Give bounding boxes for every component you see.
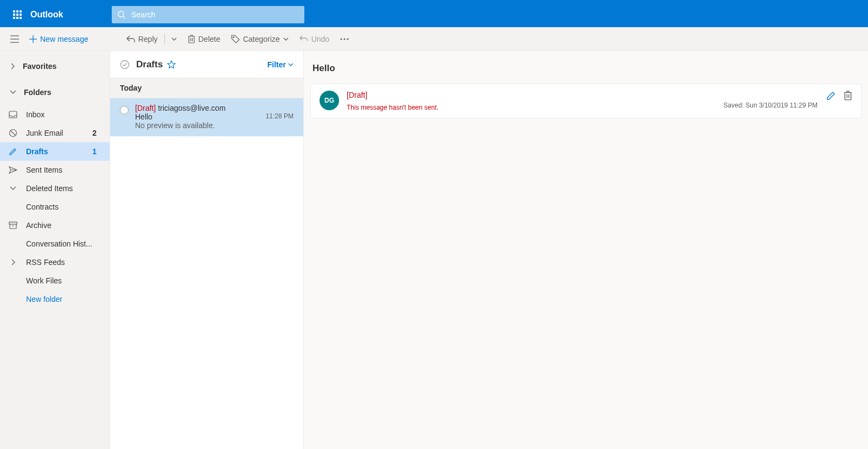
junk-icon	[8, 129, 18, 137]
pencil-icon	[826, 91, 836, 100]
avatar: DG	[320, 91, 339, 110]
delete-label: Delete	[199, 35, 220, 43]
favorite-star-button[interactable]	[167, 60, 176, 69]
trash-icon	[188, 35, 195, 43]
svg-point-0	[118, 11, 124, 17]
message-item[interactable]: [Draft] triciagoss@live.com Hello 11:28 …	[110, 98, 303, 136]
svg-point-10	[347, 38, 349, 40]
svg-point-14	[121, 60, 129, 68]
new-message-label: New message	[40, 35, 88, 43]
tag-icon	[231, 35, 240, 43]
sent-icon	[8, 166, 18, 174]
message-subject: Hello	[135, 112, 152, 121]
folder-item-work-files[interactable]: Work Files	[0, 271, 110, 290]
brand-title: Outlook	[30, 10, 112, 20]
date-group-header: Today	[110, 78, 303, 98]
chevron-right-icon	[10, 63, 15, 69]
discard-draft-button[interactable]	[844, 91, 852, 100]
inbox-icon	[8, 111, 18, 118]
favorites-label: Favorites	[23, 62, 56, 71]
hamburger-icon	[10, 35, 19, 43]
drafts-icon	[8, 147, 18, 156]
folder-item-sent-items[interactable]: Sent Items	[0, 161, 110, 179]
folder-label: Contracts	[26, 203, 110, 211]
filter-button[interactable]: Filter	[267, 60, 293, 69]
reading-subject: Hello	[310, 60, 861, 84]
search-input[interactable]	[126, 10, 299, 19]
reply-button[interactable]: Reply	[121, 27, 163, 51]
folder-title: Drafts	[136, 59, 163, 70]
folders-label: Folders	[24, 88, 52, 97]
more-button[interactable]	[335, 27, 354, 51]
new-folder-label: New folder	[26, 295, 110, 303]
folder-count: 1	[92, 147, 110, 156]
folder-item-archive[interactable]: Archive	[0, 216, 110, 235]
svg-line-12	[11, 131, 16, 136]
folder-label: Drafts	[26, 147, 85, 156]
search-box[interactable]	[112, 6, 304, 23]
header-bar: Outlook	[0, 2, 868, 27]
folder-label: Sent Items	[26, 166, 110, 174]
message-list-header: Drafts Filter	[110, 51, 303, 78]
waffle-icon	[13, 10, 22, 19]
folder-label: Conversation Hist...	[26, 239, 110, 248]
chevron-down-icon	[10, 90, 16, 94]
archive-icon	[8, 222, 18, 229]
reply-icon	[126, 35, 135, 43]
new-folder-button[interactable]: New folder	[0, 290, 110, 308]
folder-item-junk-email[interactable]: Junk Email2	[0, 124, 110, 142]
reply-label: Reply	[138, 35, 158, 43]
chevron-down-icon	[283, 37, 289, 41]
svg-point-8	[341, 38, 342, 40]
folder-item-drafts[interactable]: Drafts1	[0, 142, 110, 161]
categorize-label: Categorize	[243, 35, 280, 43]
favorites-section[interactable]: Favorites	[0, 56, 110, 76]
folder-label: RSS Feeds	[26, 258, 110, 267]
folder-item-contracts[interactable]: Contracts	[0, 198, 110, 216]
plus-icon	[29, 35, 37, 43]
message-list-pane: Drafts Filter Today [Draft] triciagoss@l…	[110, 51, 304, 449]
message-recipient: triciagoss@live.com	[158, 104, 226, 112]
svg-point-9	[344, 38, 346, 40]
chevron-down-icon	[288, 63, 293, 66]
deleted-icon	[8, 186, 18, 191]
select-all-checkbox[interactable]	[120, 60, 130, 69]
message-time: 11:28 PM	[266, 112, 293, 121]
folder-item-deleted-items[interactable]: Deleted Items	[0, 179, 110, 198]
delete-button[interactable]: Delete	[182, 27, 226, 51]
edit-draft-button[interactable]	[826, 91, 836, 100]
command-bar: New message Reply Delete Categorize Undo	[0, 27, 868, 51]
new-message-button[interactable]: New message	[24, 27, 94, 51]
folder-pane: Favorites Folders InboxJunk Email2Drafts…	[0, 51, 110, 449]
undo-button[interactable]: Undo	[294, 27, 335, 51]
message-preview: No preview is available.	[135, 121, 293, 130]
folder-count: 2	[92, 129, 110, 137]
reading-draft-label: [Draft]	[347, 91, 716, 99]
folders-section[interactable]: Folders	[0, 83, 110, 102]
select-message-checkbox[interactable]	[120, 106, 129, 115]
undo-label: Undo	[311, 35, 329, 43]
svg-rect-13	[9, 222, 17, 224]
reading-pane: Hello DG [Draft] This message hasn't bee…	[304, 51, 868, 449]
folder-label: Inbox	[26, 110, 110, 119]
trash-icon	[844, 91, 852, 100]
filter-label: Filter	[267, 60, 286, 69]
svg-line-1	[123, 16, 125, 18]
star-icon	[167, 60, 176, 69]
folder-label: Junk Email	[26, 129, 85, 137]
draft-label: [Draft]	[135, 104, 156, 112]
more-icon	[340, 38, 349, 40]
folder-label: Archive	[26, 221, 110, 230]
folder-item-inbox[interactable]: Inbox	[0, 105, 110, 124]
svg-point-7	[233, 36, 234, 37]
folder-item-rss-feeds[interactable]: RSS Feeds	[0, 253, 110, 271]
reading-card: DG [Draft] This message hasn't been sent…	[310, 84, 861, 118]
app-launcher-button[interactable]	[4, 2, 30, 27]
folder-item-conversation-hist-[interactable]: Conversation Hist...	[0, 235, 110, 253]
reading-saved-time: Saved: Sun 3/10/2019 11:29 PM	[724, 102, 818, 109]
categorize-button[interactable]: Categorize	[226, 27, 294, 51]
undo-icon	[299, 35, 308, 43]
circle-check-icon	[120, 60, 130, 69]
reply-menu-button[interactable]	[166, 27, 182, 51]
nav-toggle-button[interactable]	[5, 27, 24, 51]
